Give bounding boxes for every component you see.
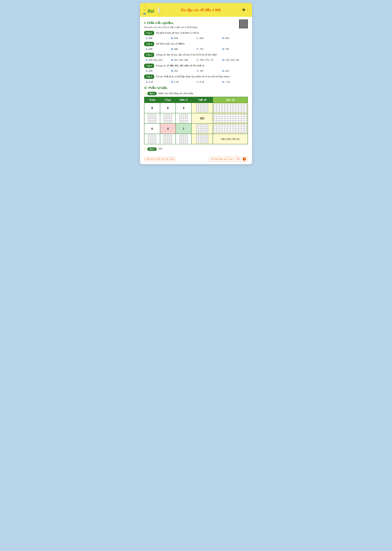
answer-5b: B. 5 số [171,80,197,84]
header-star-top: ★ [246,8,249,12]
bai1-row: ★ Bài 1 Điền vào chỗ trống cho thích hợp… [144,92,248,95]
row4-vietsso-grid [196,135,208,143]
answers-1: A. 586 B. 568 C. 685 D. 856 [144,37,248,40]
row1-docso-grid [214,104,247,112]
row3-tram: 6 [144,123,160,134]
row2-vietsso: 325 [191,113,213,123]
row2-tram [144,113,160,123]
answer-4a: A. 289 [146,70,171,72]
row4-docso: bảy trăm chín ba [213,134,248,144]
row4-tram [144,134,160,144]
question-2: Câu 2 Số liền trước của số 700 là: [144,42,248,46]
row4-donvi [176,134,191,144]
section2-title: II. Phần tự luận. [144,86,248,90]
page-header: ✿ ★ 🐟 Bài 1 ✦ Ôn tập các số đến 1 000 ✦ … [140,3,252,17]
answer-5d: D. 7 số [222,80,248,84]
question-1: Câu 1 Số gồm 5 trăm, 8 chục và 6 đơn vị … [144,31,248,35]
header-star-right: ✦ [238,8,240,12]
section1-subtitle: Khoanh tròn vào chữ cái đặt trước câu tr… [144,26,198,29]
col-vietsso: Viết số [191,97,213,103]
row1-vietsso [191,103,213,113]
answer-5c: C. 6 số [197,80,222,84]
col-docso: Đọc số [213,97,248,103]
cau2-label: Câu 2 [144,42,154,46]
row4-donvi-grid [180,135,188,143]
bai1-text: Điền vào chỗ trống cho thích hợp. [158,92,194,95]
row1-donvi: 4 [176,103,191,113]
row3-vietsso [191,123,213,134]
answer-3c: C. 769, 770, 771 [197,58,222,62]
question-5: Câu 5 Từ các số 8, 0, 5; có thể lập được… [144,74,248,79]
row1-chuc: 0 [160,103,176,113]
answer-4d: D. 643 [222,70,248,72]
cau1-label: Câu 1 [144,31,154,35]
answer-1d: D. 856 [222,37,248,40]
bai-number: 1 [157,6,161,14]
row3-donvi: 1 [176,123,191,134]
row3-chuc: 4 [160,123,176,134]
answer-1a: A. 586 [146,37,171,40]
cau3-label: Câu 3 [144,53,154,57]
answer-2b: B. 699 [171,48,197,50]
table-row-2: 325 [144,113,248,123]
header-star-left: ✦ [161,8,163,12]
col-chuc: Chục [160,97,176,103]
flower-icon: ✿ [143,4,146,8]
answer-2d: D. 702 [222,48,248,50]
bai1-star: ★ [144,92,146,94]
table-row-3: 6 4 1 [144,123,248,134]
content-area: I. Phần trắc nghiệm. Khoanh tròn vào chữ… [140,17,252,154]
footer-right-text: Bài tập hằng ngày Toán 3 • Tập 1 3 [209,157,248,161]
row1-docso [213,103,248,113]
row3-vietsso-grid [196,124,208,133]
footer-left-text: Kết nối tri thức với cuộc sống [144,157,176,161]
row4-tram-grid [148,135,156,143]
bai2-star: ★ [144,148,146,150]
answer-2a: A. 698 [146,48,171,50]
row2-docso [213,113,248,123]
table-row-4: bảy trăm chín ba [144,134,248,144]
question-3: Câu 3 Trong các dãy số sau, dãy số nào c… [144,53,248,57]
answer-3d: D. 310, 320, 330 [222,58,248,62]
row4-vietsso [191,134,213,144]
answer-3b: B. 291, 295, 299 [171,58,197,62]
col-donvi: Đơn vị [176,97,191,103]
bai1-label: Bài 1 [147,92,157,95]
bai-label: Bài [147,8,154,14]
answer-3a: A. 650, 652, 654 [146,58,171,62]
answers-3: A. 650, 652, 654 B. 291, 295, 299 C. 769… [144,58,248,62]
page-footer: Kết nối tri thức với cuộc sống Bài tập h… [140,156,252,161]
question-4: Câu 4 Trong các số 289, 452, 187, 643; s… [144,64,248,68]
airplane-icon: ✈ [242,7,246,13]
fish-icon: 🐟 [143,12,146,15]
row3-docso-grid [214,124,247,133]
answer-5a: A. 4 số [146,80,171,84]
row2-tram-grid [148,114,156,122]
col-tram: Trăm [144,97,160,103]
answer-1b: B. 568 [171,37,197,40]
fill-table: Trăm Chục Đơn vị Viết số Đọc số 8 0 4 [144,97,248,144]
cau5-label: Câu 5 [144,74,154,79]
section1-title: I. Phần trắc nghiệm. [144,21,198,25]
bai2-row: ★ Bài 2 Số? [144,147,248,151]
row2-donvi-grid [180,114,188,122]
row2-chuc [160,113,176,123]
bai2-label: Bài 2 [147,147,157,151]
row4-chuc-grid [164,135,172,143]
row1-vietsso-grid [196,104,208,112]
answers-4: A. 289 B. 452 C. 187 D. 643 [144,70,248,72]
answer-1c: C. 685 [197,37,222,40]
answers-2: A. 698 B. 699 C. 701 D. 702 [144,48,248,50]
answer-2c: C. 701 [197,48,222,50]
answer-4b: B. 452 [171,70,197,72]
answers-5: A. 4 số B. 5 số C. 6 số D. 7 số [144,80,248,84]
table-row-1: 8 0 4 [144,103,248,113]
row2-docso-grid [214,114,247,122]
row3-docso [213,123,248,134]
page: ✿ ★ 🐟 Bài 1 ✦ Ôn tập các số đến 1 000 ✦ … [140,3,252,164]
header-left-decoration: ✿ ★ 🐟 [143,4,146,15]
star-icon: ★ [143,8,146,12]
answer-4c: C. 187 [197,70,222,72]
row2-chuc-grid [164,114,172,122]
cau4-label: Câu 4 [144,64,154,68]
